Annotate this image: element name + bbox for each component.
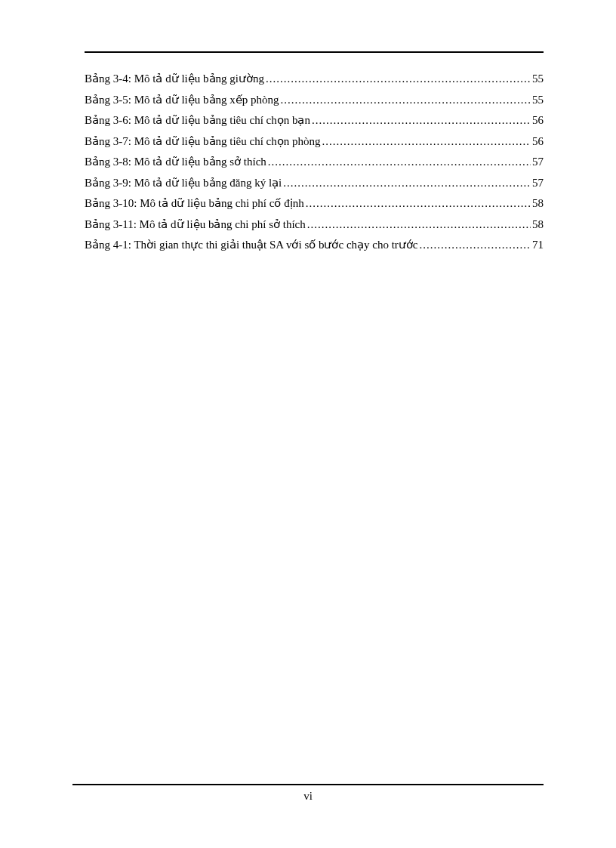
- toc-leader: [283, 175, 531, 191]
- toc-page: 71: [532, 237, 544, 253]
- toc-leader: [306, 196, 531, 211]
- toc-page: 57: [532, 154, 544, 170]
- toc-entry: Bảng 3-5: Mô tả dữ liệu bảng xếp phòng 5…: [85, 92, 544, 108]
- table-of-contents: Bảng 3-4: Mô tả dữ liệu bảng giường 55 B…: [85, 71, 544, 253]
- toc-entry: Bảng 3-11: Mô tả dữ liệu bảng chi phí sở…: [85, 217, 544, 233]
- toc-label: Bảng 3-5: Mô tả dữ liệu bảng xếp phòng: [85, 92, 279, 108]
- toc-label: Bảng 3-6: Mô tả dữ liệu bảng tiêu chí ch…: [85, 113, 310, 128]
- toc-page: 58: [532, 196, 544, 211]
- document-page: Bảng 3-4: Mô tả dữ liệu bảng giường 55 B…: [0, 0, 616, 848]
- toc-leader: [266, 71, 531, 87]
- toc-leader: [268, 154, 531, 170]
- toc-page: 55: [532, 71, 544, 87]
- toc-label: Bảng 3-11: Mô tả dữ liệu bảng chi phí sở…: [85, 217, 306, 233]
- toc-page: 58: [532, 217, 544, 233]
- toc-label: Bảng 3-4: Mô tả dữ liệu bảng giường: [85, 71, 264, 87]
- page-footer: vi: [72, 784, 544, 803]
- toc-leader: [312, 113, 531, 128]
- top-horizontal-rule: [85, 51, 544, 53]
- toc-leader: [322, 134, 531, 150]
- toc-entry: Bảng 3-8: Mô tả dữ liệu bảng sở thích 57: [85, 154, 544, 170]
- toc-label: Bảng 3-8: Mô tả dữ liệu bảng sở thích: [85, 154, 266, 170]
- toc-page: 56: [532, 134, 544, 150]
- toc-page: 57: [532, 175, 544, 191]
- toc-label: Bảng 3-9: Mô tả dữ liệu bảng đăng ký lại: [85, 175, 282, 191]
- toc-entry: Bảng 3-10: Mô tả dữ liệu bảng chi phí cố…: [85, 196, 544, 211]
- toc-entry: Bảng 4-1: Thời gian thực thi giải thuật …: [85, 237, 544, 253]
- toc-page: 56: [532, 113, 544, 128]
- toc-label: Bảng 3-7: Mô tả dữ liệu bảng tiêu chí ch…: [85, 134, 320, 150]
- toc-leader: [420, 237, 531, 253]
- toc-page: 55: [532, 92, 544, 108]
- bottom-horizontal-rule: [72, 784, 544, 785]
- toc-leader: [281, 92, 531, 108]
- toc-entry: Bảng 3-4: Mô tả dữ liệu bảng giường 55: [85, 71, 544, 87]
- toc-label: Bảng 4-1: Thời gian thực thi giải thuật …: [85, 237, 418, 253]
- toc-leader: [307, 217, 531, 233]
- toc-entry: Bảng 3-9: Mô tả dữ liệu bảng đăng ký lại…: [85, 175, 544, 191]
- toc-entry: Bảng 3-7: Mô tả dữ liệu bảng tiêu chí ch…: [85, 134, 544, 150]
- toc-entry: Bảng 3-6: Mô tả dữ liệu bảng tiêu chí ch…: [85, 113, 544, 128]
- toc-label: Bảng 3-10: Mô tả dữ liệu bảng chi phí cố…: [85, 196, 304, 211]
- page-number: vi: [72, 790, 544, 803]
